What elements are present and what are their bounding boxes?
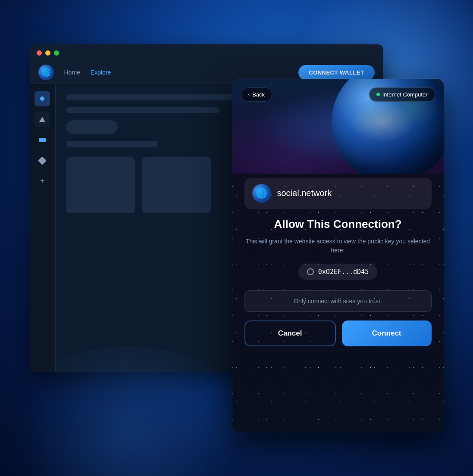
- diamond-icon: [38, 156, 47, 165]
- triangle-icon: [39, 117, 45, 122]
- trust-notice: Only connect with sites you trust.: [244, 290, 432, 312]
- allow-description: This will grant the website access to vi…: [244, 237, 432, 255]
- address-radio-icon: [307, 268, 314, 275]
- traffic-light-green: [54, 50, 59, 56]
- modal-body: 🌐 social.network Allow This Connection? …: [232, 174, 444, 432]
- connect-button[interactable]: Connect: [342, 320, 432, 346]
- site-name: social.network: [277, 188, 332, 198]
- nav-explore[interactable]: Explore: [91, 69, 111, 76]
- sidebar-icon-diamond[interactable]: [34, 153, 50, 168]
- content-bar-3: [66, 141, 158, 147]
- connect-wallet-button[interactable]: CONNECT WALLET: [298, 65, 374, 80]
- back-label: Back: [252, 91, 265, 98]
- rect-icon: [39, 138, 46, 142]
- modal-actions: Cancel Connect: [244, 320, 432, 346]
- wallet-modal: ‹ Back Internet Computer 🌐 social.networ…: [232, 79, 444, 432]
- scene: 🌐 Home Explore CONNECT WALLET: [30, 44, 444, 432]
- sidebar-icon-triangle[interactable]: [34, 112, 50, 127]
- network-status-dot: [376, 93, 380, 96]
- cancel-button[interactable]: Cancel: [244, 320, 336, 346]
- allow-title: Allow This Connection?: [274, 218, 401, 231]
- content-bar-2: [66, 107, 219, 113]
- address-text: 0xO2EF...dD45: [318, 268, 369, 276]
- address-badge: 0xO2EF...dD45: [298, 264, 377, 280]
- nav-home[interactable]: Home: [64, 69, 80, 76]
- modal-hero: ‹ Back Internet Computer: [232, 79, 444, 174]
- back-button[interactable]: ‹ Back: [241, 87, 273, 102]
- site-row: 🌐 social.network: [244, 178, 432, 209]
- app-logo: 🌐: [38, 65, 54, 80]
- dot-icon: [40, 96, 44, 101]
- title-bar: [30, 44, 383, 62]
- chevron-left-icon: ‹: [248, 92, 250, 97]
- app-sidebar: +: [30, 84, 56, 372]
- content-card-2: [142, 157, 211, 213]
- traffic-light-yellow: [45, 50, 50, 56]
- network-label: Internet Computer: [382, 91, 428, 98]
- content-card-1: [66, 157, 135, 213]
- site-icon: 🌐: [252, 184, 271, 203]
- sidebar-icon-plus[interactable]: +: [34, 174, 50, 189]
- plus-icon: +: [40, 177, 45, 186]
- sidebar-icon-dot[interactable]: [34, 91, 50, 106]
- sidebar-icon-rect[interactable]: [34, 132, 50, 148]
- network-badge: Internet Computer: [369, 87, 435, 102]
- content-pill: [66, 120, 118, 134]
- modal-nav: ‹ Back Internet Computer: [232, 79, 444, 110]
- traffic-light-red: [37, 50, 42, 56]
- content-bar-1: [66, 94, 250, 100]
